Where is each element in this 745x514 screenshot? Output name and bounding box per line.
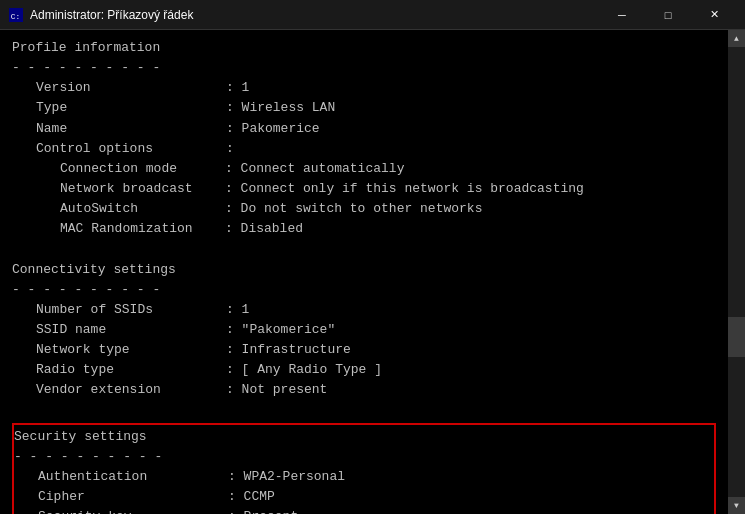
connectivity-vendor-ext: Vendor extension: Not present xyxy=(12,380,716,400)
profile-header: Profile information xyxy=(12,38,716,58)
profile-network-broadcast: Network broadcast: Connect only if this … xyxy=(12,179,716,199)
minimize-button[interactable]: ─ xyxy=(599,0,645,30)
title-bar: C: Administrator: Příkazový řádek ─ □ ✕ xyxy=(0,0,745,30)
security-key: Security key: Present xyxy=(14,507,714,514)
security-dashes: - - - - - - - - - - xyxy=(14,447,714,467)
profile-control-options: Control options: xyxy=(12,139,716,159)
profile-type: Type: Wireless LAN xyxy=(12,98,716,118)
main-content: Profile information - - - - - - - - - - … xyxy=(0,30,745,514)
cmd-icon: C: xyxy=(8,7,24,23)
profile-connection-mode: Connection mode: Connect automatically xyxy=(12,159,716,179)
profile-name: Name: Pakomerice xyxy=(12,119,716,139)
scroll-thumb[interactable] xyxy=(728,317,745,357)
window-controls: ─ □ ✕ xyxy=(599,0,737,30)
terminal-output: Profile information - - - - - - - - - - … xyxy=(0,30,728,514)
scroll-track[interactable] xyxy=(728,47,745,497)
profile-version: Version: 1 xyxy=(12,78,716,98)
profile-mac-randomization: MAC Randomization: Disabled xyxy=(12,219,716,239)
security-authentication: Authentication: WPA2-Personal xyxy=(14,467,714,487)
close-button[interactable]: ✕ xyxy=(691,0,737,30)
spacer1 xyxy=(12,239,716,259)
maximize-button[interactable]: □ xyxy=(645,0,691,30)
svg-text:C:: C: xyxy=(11,11,20,20)
connectivity-network-type: Network type: Infrastructure xyxy=(12,340,716,360)
scroll-down-button[interactable]: ▼ xyxy=(728,497,745,514)
connectivity-radio-type: Radio type: [ Any Radio Type ] xyxy=(12,360,716,380)
scrollbar[interactable]: ▲ ▼ xyxy=(728,30,745,514)
profile-autoswitch: AutoSwitch: Do not switch to other netwo… xyxy=(12,199,716,219)
connectivity-header: Connectivity settings xyxy=(12,260,716,280)
security-cipher: Cipher: CCMP xyxy=(14,487,714,507)
security-header: Security settings xyxy=(14,427,714,447)
connectivity-dashes: - - - - - - - - - - xyxy=(12,280,716,300)
spacer2 xyxy=(12,401,716,421)
window-title: Administrator: Příkazový řádek xyxy=(30,8,599,22)
connectivity-ssid-name: SSID name: "Pakomerice" xyxy=(12,320,716,340)
profile-dashes: - - - - - - - - - - xyxy=(12,58,716,78)
scroll-up-button[interactable]: ▲ xyxy=(728,30,745,47)
security-section: Security settings - - - - - - - - - - Au… xyxy=(12,423,716,514)
connectivity-ssid-count: Number of SSIDs: 1 xyxy=(12,300,716,320)
